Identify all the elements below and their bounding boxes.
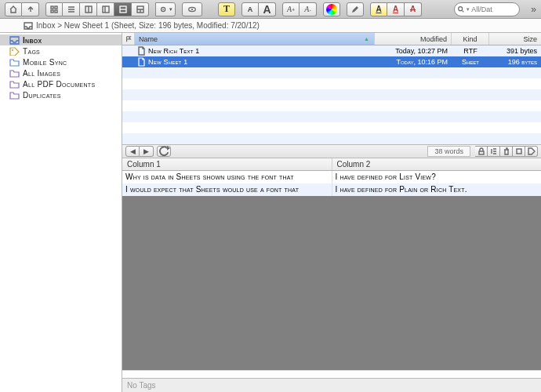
tag-icon — [528, 147, 536, 155]
search-field[interactable]: ▾ — [454, 2, 520, 16]
sheet-col-2[interactable]: Column 2 — [332, 158, 542, 170]
a-small-icon: A — [248, 5, 253, 13]
svg-point-12 — [191, 8, 193, 9]
underline-button[interactable]: A — [387, 2, 405, 16]
sidebar-item-label: Inbox — [23, 36, 42, 45]
ms-box-button[interactable] — [513, 146, 525, 157]
sidebar-item-label: Duplicates — [23, 91, 61, 100]
sheet-cell[interactable]: I would expect that Sheets would use a f… — [122, 183, 332, 196]
strike-a-icon: A — [410, 5, 416, 13]
up-button[interactable] — [22, 2, 39, 16]
eye-icon — [187, 5, 197, 14]
nav-group — [5, 2, 39, 16]
smart-folder-icon — [9, 91, 20, 100]
trash-icon — [503, 147, 510, 155]
sidebar-item-label: Mobile Sync — [23, 58, 67, 67]
font-minus-button[interactable]: A- — [300, 2, 317, 16]
font-plus-button[interactable]: A+ — [282, 2, 300, 16]
view-threepane-button[interactable] — [132, 2, 149, 16]
col-modified[interactable]: Modified — [375, 33, 452, 45]
a-plus-icon: A+ — [287, 5, 295, 13]
sheet-cell[interactable]: Why is data in Sheets shown using the fo… — [122, 171, 332, 183]
view-columns-button[interactable] — [80, 2, 97, 16]
document-icon — [137, 57, 145, 67]
col-name[interactable]: Name ▲ — [135, 33, 375, 45]
svg-rect-3 — [55, 10, 57, 13]
sidebar-item-duplicates[interactable]: Duplicates — [0, 89, 122, 100]
swatch-icon — [326, 4, 337, 15]
col-kind-label: Kind — [463, 35, 477, 43]
sidebar-item-mobile-sync[interactable]: Mobile Sync — [0, 56, 122, 67]
sidebar-item-all-pdf[interactable]: All PDF Documents — [0, 78, 122, 89]
view-list-button[interactable] — [63, 2, 80, 16]
home-button[interactable] — [5, 2, 22, 16]
hl-a-icon: A — [376, 5, 381, 13]
file-row-empty — [122, 100, 541, 111]
col-size[interactable]: Size — [489, 33, 541, 45]
font-size-group: A A — [241, 2, 276, 16]
font-larger-button[interactable]: A — [259, 2, 276, 16]
col-modified-label: Modified — [420, 35, 447, 43]
col-kind[interactable]: Kind — [452, 33, 489, 45]
ul-a-icon: A — [393, 5, 398, 13]
svg-point-13 — [459, 6, 463, 10]
nav-fwd-button[interactable]: ▶ — [140, 146, 154, 157]
col-size-label: Size — [523, 35, 537, 43]
mid-strip: ◀ ▶ 38 words — [122, 144, 541, 158]
strike-button[interactable]: A — [405, 2, 422, 16]
lock-button[interactable] — [475, 146, 488, 157]
sheet-cell[interactable]: I have defined for List View? — [332, 171, 542, 183]
file-row-empty — [122, 133, 541, 144]
sheet-col-1[interactable]: Column 1 — [122, 158, 332, 170]
reload-button[interactable] — [157, 146, 171, 157]
view-coverflow-button[interactable] — [97, 2, 114, 16]
col-flag[interactable] — [122, 33, 135, 45]
inbox-icon — [24, 22, 33, 30]
ms-trash-button[interactable] — [500, 146, 513, 157]
action-menu-button[interactable]: ▾ — [155, 2, 176, 16]
quicklook-button[interactable] — [182, 2, 202, 16]
svg-line-14 — [463, 10, 464, 12]
folder-icon — [9, 58, 20, 67]
svg-rect-16 — [479, 151, 484, 154]
view-group — [45, 2, 149, 16]
sheet-body[interactable] — [122, 196, 541, 370]
grid-icon — [49, 5, 59, 14]
sheet-row[interactable]: I would expect that Sheets would use a f… — [122, 183, 541, 196]
tag-bar[interactable]: No Tags — [122, 378, 541, 392]
view-split-button[interactable] — [114, 2, 132, 16]
highlight-a-button[interactable]: A — [370, 2, 387, 16]
search-input[interactable] — [471, 5, 514, 13]
word-count: 38 words — [427, 146, 470, 157]
font-smaller-button[interactable]: A — [241, 2, 259, 16]
nav-back-button[interactable]: ◀ — [125, 146, 140, 157]
text-icon: T — [223, 3, 230, 15]
view-icons-button[interactable] — [45, 2, 63, 16]
sidebar-item-tags[interactable]: Tags — [0, 45, 122, 56]
ms-tag-button[interactable] — [525, 146, 538, 157]
threepane-icon — [136, 5, 145, 14]
sidebar-item-inbox[interactable]: Inbox — [0, 34, 122, 45]
file-name: New Rich Text 1 — [148, 47, 200, 55]
sheet-header: Column 1 Column 2 — [122, 158, 541, 171]
search-icon — [457, 5, 465, 13]
sheet-cell[interactable]: I have defined for Plain or Rich Text. — [332, 183, 542, 196]
toolbar-overflow-button[interactable]: » — [531, 4, 536, 15]
file-row-empty — [122, 111, 541, 122]
reload-icon — [158, 145, 170, 158]
sheet-row[interactable]: Why is data in Sheets shown using the fo… — [122, 171, 541, 183]
file-row[interactable]: New Rich Text 1 Today, 10:27 PM RTF 391 … — [122, 45, 541, 56]
file-kind: Sheet — [452, 58, 489, 66]
svg-rect-2 — [51, 10, 53, 13]
file-row-empty — [122, 78, 541, 89]
sidebar-item-all-images[interactable]: All Images — [0, 67, 122, 78]
breadcrumb-text: Inbox > New Sheet 1 (Sheet, Size: 196 by… — [36, 21, 260, 30]
ms-list-button[interactable] — [488, 146, 500, 157]
file-row[interactable]: New Sheet 1 Today, 10:16 PM Sheet 196 by… — [122, 56, 541, 67]
edit-button[interactable] — [347, 2, 364, 16]
filelist-header: Name ▲ Modified Kind Size — [122, 33, 541, 45]
sheet-col-1-label: Column 1 — [127, 160, 161, 169]
highlight-text-button[interactable]: T — [218, 2, 235, 16]
home-icon — [9, 5, 18, 14]
color-picker-button[interactable] — [323, 2, 340, 16]
